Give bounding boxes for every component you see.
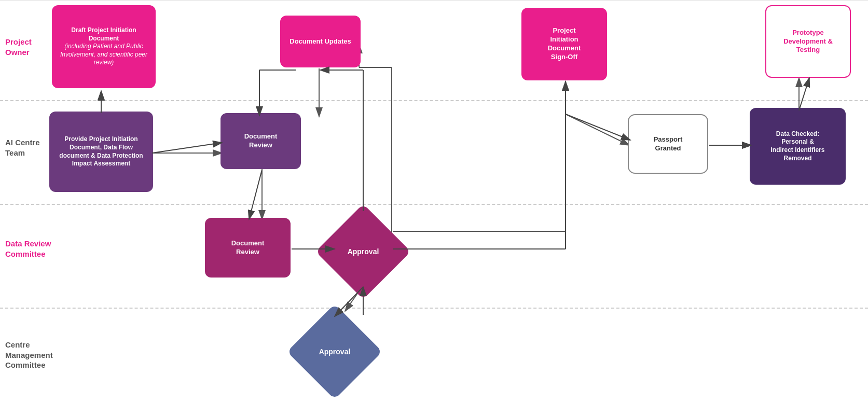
swim-lane-label-centre-mgmt: CentreManagementCommittee bbox=[5, 340, 53, 370]
diamond-shape-cmc bbox=[287, 304, 382, 399]
node-provide-pid: Provide Project Initiation Document, Dat… bbox=[49, 112, 153, 192]
node-doc-review-drc: DocumentReview bbox=[205, 218, 291, 278]
swim-lane-label-data-review: Data ReviewCommittee bbox=[5, 239, 51, 259]
swim-lane-label-project-owner: ProjectOwner bbox=[5, 37, 32, 57]
diamond-shape-drc bbox=[315, 204, 411, 299]
node-document-updates: Document Updates bbox=[280, 16, 361, 67]
node-passport-granted: PassportGranted bbox=[628, 114, 708, 174]
node-doc-review-ai: DocumentReview bbox=[221, 113, 301, 169]
swim-lane-label-ai-centre: AI CentreTeam bbox=[5, 137, 40, 158]
swim-lane-data-review: Data ReviewCommittee bbox=[0, 205, 868, 309]
node-data-checked: Data Checked:Personal &Indirect Identifi… bbox=[750, 108, 846, 185]
diamond-approval-cmc: Approval bbox=[293, 310, 376, 393]
node-prototype-dev: PrototypeDevelopment &Testing bbox=[765, 5, 851, 78]
node-draft-pid: Draft Project Initiation Document(includ… bbox=[52, 5, 156, 88]
diagram-container: ProjectOwner AI CentreTeam Data ReviewCo… bbox=[0, 0, 868, 416]
node-pid-signoff: ProjectInitiationDocumentSign-Off bbox=[521, 8, 607, 80]
diamond-approval-drc: Approval bbox=[322, 210, 405, 293]
swim-lane-centre-mgmt: CentreManagementCommittee bbox=[0, 309, 868, 416]
